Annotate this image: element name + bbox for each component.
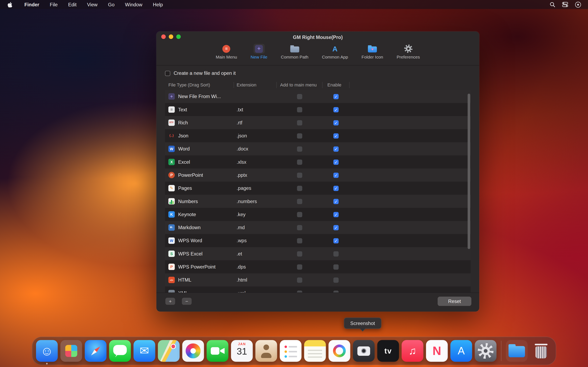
- minimize-button[interactable]: [169, 34, 173, 39]
- enable-checkbox[interactable]: [333, 290, 339, 292]
- dock-notes-icon[interactable]: [304, 340, 326, 362]
- search-icon[interactable]: [550, 2, 555, 7]
- dock-appletv-icon[interactable]: tv: [377, 340, 399, 362]
- dock-downloads-icon[interactable]: [506, 340, 528, 362]
- add-to-main-menu-checkbox[interactable]: [297, 173, 302, 178]
- menu-item-file[interactable]: File: [50, 2, 58, 7]
- enable-checkbox[interactable]: ✓: [333, 146, 339, 151]
- enable-checkbox[interactable]: ✓: [333, 225, 339, 230]
- reset-button[interactable]: Reset: [438, 297, 471, 306]
- dock-calendar-icon[interactable]: JAN31: [231, 340, 253, 362]
- dock-freeform-icon[interactable]: [329, 340, 350, 362]
- enable-checkbox[interactable]: ✓: [333, 185, 339, 191]
- create-new-file-checkbox[interactable]: [165, 71, 170, 76]
- add-to-main-menu-checkbox[interactable]: [297, 159, 302, 165]
- table-row[interactable]: </>HTML.html: [165, 273, 471, 286]
- dock-contacts-icon[interactable]: [255, 340, 277, 362]
- dock-messages-icon[interactable]: [109, 340, 131, 362]
- table-row[interactable]: </>XML.xml: [165, 286, 471, 292]
- table-row[interactable]: SWPS Excel.et: [165, 247, 471, 260]
- add-to-main-menu-checkbox[interactable]: [297, 264, 302, 269]
- table-row[interactable]: +New File From Wi...✓: [165, 90, 471, 103]
- menu-item-go[interactable]: Go: [108, 2, 114, 7]
- apple-menu-icon[interactable]: [8, 2, 12, 7]
- table-row[interactable]: RTFRich.rtf✓: [165, 116, 471, 129]
- enable-checkbox[interactable]: ✓: [333, 199, 339, 204]
- table-row[interactable]: ✎Pages.pages✓: [165, 182, 471, 195]
- add-to-main-menu-checkbox[interactable]: [297, 107, 302, 112]
- menu-item-window[interactable]: Window: [125, 2, 142, 7]
- zoom-button[interactable]: [176, 34, 181, 39]
- tab-common-app[interactable]: ACommon App: [321, 43, 349, 65]
- dock-settings-icon[interactable]: [475, 340, 497, 362]
- dock-safari-icon[interactable]: [85, 340, 107, 362]
- add-to-main-menu-checkbox[interactable]: [297, 146, 302, 151]
- user-menu-icon[interactable]: [575, 1, 581, 8]
- dock-photos-icon[interactable]: [182, 340, 204, 362]
- add-to-main-menu-checkbox[interactable]: [297, 238, 302, 243]
- add-to-main-menu-checkbox[interactable]: [297, 199, 302, 204]
- dock-music-icon[interactable]: ♫: [402, 340, 424, 362]
- add-to-main-menu-checkbox[interactable]: [297, 94, 302, 99]
- add-to-main-menu-checkbox[interactable]: [297, 133, 302, 138]
- table-row[interactable]: XExcel.xlsx✓: [165, 155, 471, 168]
- add-file-type-button[interactable]: +: [165, 298, 175, 305]
- dock-trash-icon[interactable]: [530, 340, 552, 362]
- add-to-main-menu-checkbox[interactable]: [297, 277, 302, 283]
- menu-item-edit[interactable]: Edit: [68, 2, 77, 7]
- enable-checkbox[interactable]: ✓: [333, 120, 339, 125]
- tab-common-path[interactable]: Common Path: [280, 43, 310, 65]
- menu-item-help[interactable]: Help: [153, 2, 163, 7]
- menu-app-name[interactable]: Finder: [24, 2, 39, 7]
- add-to-main-menu-checkbox[interactable]: [297, 251, 302, 257]
- enable-checkbox[interactable]: ✓: [333, 94, 339, 99]
- dock-screenshot-icon[interactable]: [353, 340, 375, 362]
- remove-file-type-button[interactable]: −: [182, 298, 192, 305]
- add-to-main-menu-checkbox[interactable]: [297, 212, 302, 217]
- table-row[interactable]: WWord.docx✓: [165, 142, 471, 155]
- dock-mail-icon[interactable]: ✉: [134, 340, 155, 362]
- dock-news-icon[interactable]: N: [426, 340, 448, 362]
- dock-finder-icon[interactable]: ☺: [36, 340, 58, 362]
- tab-new-file[interactable]: +New File: [250, 43, 268, 65]
- table-row[interactable]: M↓Markdown.md✓: [165, 221, 471, 234]
- enable-checkbox[interactable]: ✓: [333, 133, 339, 138]
- enable-checkbox[interactable]: ✓: [333, 159, 339, 165]
- add-to-main-menu-checkbox[interactable]: [297, 120, 302, 125]
- dock-appstore-icon[interactable]: A: [450, 340, 472, 362]
- dock-maps-icon[interactable]: [158, 340, 180, 362]
- scrollbar-thumb[interactable]: [467, 94, 470, 249]
- enable-checkbox[interactable]: ✓: [333, 173, 339, 178]
- dock-facetime-icon[interactable]: [207, 340, 228, 362]
- column-header[interactable]: Enable: [323, 82, 350, 88]
- tab-main-menu[interactable]: ≡Main Menu: [215, 43, 238, 65]
- table-row[interactable]: {..}Json.json✓: [165, 129, 471, 142]
- enable-checkbox[interactable]: ✓: [333, 212, 339, 217]
- file-type-name: Rich: [178, 120, 188, 125]
- tab-folder-icon[interactable]: ♥Folder Icon: [360, 43, 384, 65]
- add-to-main-menu-checkbox[interactable]: [297, 290, 302, 292]
- control-center-icon[interactable]: [562, 1, 568, 7]
- enable-checkbox[interactable]: [333, 264, 339, 269]
- enable-checkbox[interactable]: ✓: [333, 238, 339, 243]
- table-row[interactable]: WWPS Word.wps✓: [165, 234, 471, 247]
- tab-preferences[interactable]: Preferences: [396, 43, 421, 65]
- enable-checkbox[interactable]: [333, 277, 339, 283]
- table-row[interactable]: KKeynote.key✓: [165, 208, 471, 221]
- enable-checkbox[interactable]: [333, 251, 339, 257]
- close-button[interactable]: [161, 34, 166, 39]
- table-row[interactable]: ≡Text.txt✓: [165, 103, 471, 116]
- table-row[interactable]: PWPS PowerPoint.dps: [165, 260, 471, 273]
- table-row[interactable]: Numbers.numbers✓: [165, 195, 471, 208]
- dock-reminders-icon[interactable]: [280, 340, 302, 362]
- column-header[interactable]: Add to main menu: [277, 82, 323, 88]
- table-row[interactable]: PPowerPoint.pptx✓: [165, 169, 471, 182]
- menu-item-view[interactable]: View: [87, 2, 97, 7]
- enable-checkbox[interactable]: ✓: [333, 107, 339, 112]
- column-header[interactable]: File Type (Drag Sort): [165, 82, 234, 88]
- file-type-name: Pages: [178, 185, 192, 191]
- add-to-main-menu-checkbox[interactable]: [297, 185, 302, 191]
- dock-launchpad-icon[interactable]: [61, 340, 82, 362]
- add-to-main-menu-checkbox[interactable]: [297, 225, 302, 230]
- column-header[interactable]: Extension: [234, 82, 277, 88]
